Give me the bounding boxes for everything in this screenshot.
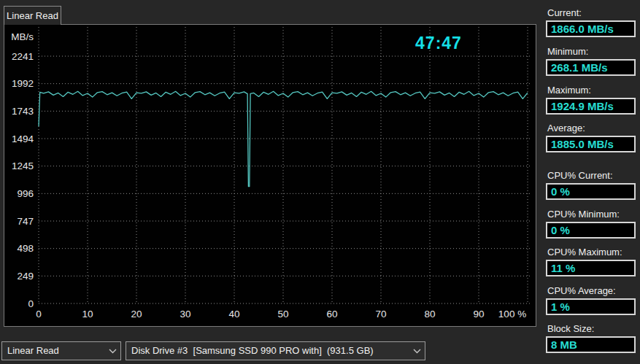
stat-current: Current: 1866.0 MB/s <box>546 7 636 37</box>
svg-text:50: 50 <box>277 309 288 320</box>
svg-text:80: 80 <box>424 309 435 320</box>
svg-text:90: 90 <box>473 309 484 320</box>
svg-text:40: 40 <box>228 309 239 320</box>
stat-cpu-maximum: CPU% Maximum: 11 % <box>546 247 636 276</box>
svg-text:70: 70 <box>375 309 386 320</box>
stat-cpu-minimum: CPU% Minimum: 0 % <box>546 209 636 239</box>
svg-text:1992: 1992 <box>12 78 34 89</box>
svg-text:498: 498 <box>17 243 34 254</box>
svg-text:996: 996 <box>17 188 34 199</box>
stat-label: Block Size: <box>547 323 636 334</box>
stat-maximum: Maximum: 1924.9 MB/s <box>546 85 636 115</box>
drive-select-value: Disk Drive #3 [Samsung SSD 990 PRO with]… <box>126 342 409 360</box>
stat-value-box: 1924.9 MB/s <box>546 98 636 115</box>
svg-text:1743: 1743 <box>12 106 34 117</box>
stat-label: CPU% Average: <box>547 285 636 296</box>
svg-text:MB/s: MB/s <box>11 31 34 42</box>
stat-label: CPU% Minimum: <box>547 209 636 220</box>
svg-text:30: 30 <box>180 309 190 320</box>
stat-label: Average: <box>547 123 636 133</box>
stat-cpu-current: CPU% Current: 0 % <box>546 170 636 200</box>
svg-text:100 %: 100 % <box>498 309 526 320</box>
svg-text:1245: 1245 <box>12 160 34 171</box>
chevron-down-icon <box>409 349 425 354</box>
stat-block-size: Block Size: 8 MB <box>546 323 636 353</box>
stat-label: Maximum: <box>547 85 636 96</box>
svg-text:0: 0 <box>28 298 34 309</box>
benchmark-window: { "tab": { "label": "Linear Read" }, "ti… <box>0 0 640 364</box>
svg-text:2241: 2241 <box>12 51 34 62</box>
stat-value-box: 8 MB <box>546 336 636 353</box>
tab-linear-read[interactable]: Linear Read <box>4 6 61 25</box>
stat-value-box: 11 % <box>546 260 636 276</box>
svg-text:1494: 1494 <box>12 133 34 144</box>
svg-text:0: 0 <box>36 309 42 320</box>
chart-panel: 024949874799612451494174319922241MB/s010… <box>4 24 536 327</box>
elapsed-time: 47:47 <box>398 34 479 53</box>
test-type-select[interactable]: Linear Read <box>1 341 121 360</box>
chevron-down-icon <box>104 349 120 354</box>
stat-label: Minimum: <box>547 46 636 57</box>
drive-select[interactable]: Disk Drive #3 [Samsung SSD 990 PRO with]… <box>126 341 425 360</box>
stat-value-box: 268.1 MB/s <box>546 59 636 76</box>
svg-text:249: 249 <box>17 271 34 282</box>
stat-value-box: 1 % <box>546 298 636 315</box>
stat-label: CPU% Maximum: <box>547 247 636 257</box>
svg-text:60: 60 <box>326 309 337 320</box>
stat-value-box: 0 % <box>546 222 636 239</box>
stat-label: Current: <box>547 7 636 18</box>
svg-text:10: 10 <box>82 309 93 320</box>
stat-value-box: 0 % <box>546 183 636 200</box>
test-type-value: Linear Read <box>2 342 104 360</box>
stat-minimum: Minimum: 268.1 MB/s <box>546 46 636 76</box>
benchmark-chart: 024949874799612451494174319922241MB/s010… <box>4 25 536 326</box>
stat-value-box: 1885.0 MB/s <box>546 136 636 152</box>
stat-average: Average: 1885.0 MB/s <box>546 123 636 152</box>
stat-label: CPU% Current: <box>547 170 636 181</box>
stat-cpu-average: CPU% Average: 1 % <box>546 285 636 315</box>
svg-text:20: 20 <box>131 309 142 320</box>
stat-value-box: 1866.0 MB/s <box>546 20 636 37</box>
svg-text:747: 747 <box>17 216 34 227</box>
